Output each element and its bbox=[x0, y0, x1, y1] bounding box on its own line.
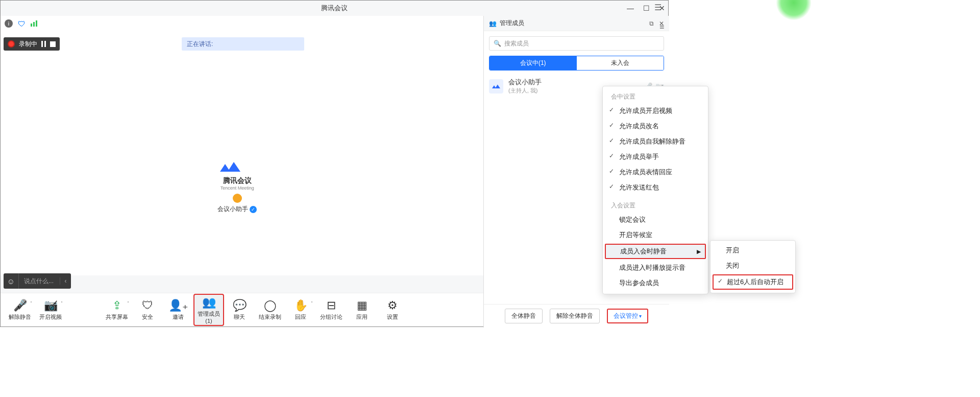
info-icon[interactable]: i bbox=[5, 19, 13, 28]
pause-recording-button[interactable] bbox=[41, 41, 46, 47]
panel-title: 管理成员 bbox=[500, 19, 524, 28]
meeting-control-button[interactable]: 会议管控▾ bbox=[607, 309, 648, 323]
menu-allow-rename[interactable]: 允许成员改名 bbox=[603, 119, 708, 134]
invite-icon: 👤₊ bbox=[163, 299, 193, 312]
menu-lock-meeting[interactable]: 锁定会议 bbox=[603, 212, 708, 227]
window-title: 腾讯会议 bbox=[321, 4, 348, 13]
chat-collapse-button[interactable]: ‹ bbox=[60, 277, 71, 285]
member-avatar-icon bbox=[489, 79, 503, 94]
security-label: 安全 bbox=[132, 313, 163, 321]
end-recording-button[interactable]: ◯ 结束录制 bbox=[255, 299, 285, 321]
manage-members-button[interactable]: 👥 管理成员(1) bbox=[193, 294, 224, 326]
submenu-enable[interactable]: 开启 bbox=[710, 243, 795, 258]
avatar-icon bbox=[233, 194, 242, 203]
apps-label: 应用 bbox=[347, 313, 377, 321]
shield-icon[interactable]: 🛡 bbox=[18, 19, 26, 28]
video-button[interactable]: 📷̸ ˄ 开启视频 bbox=[35, 299, 66, 321]
participant-tile: 腾讯会议 Tencent Meeting 会议小助手 ✓ bbox=[217, 159, 257, 214]
apps-icon: ▦ bbox=[347, 299, 377, 312]
mute-all-button[interactable]: 全体静音 bbox=[505, 309, 543, 323]
members-label: 管理成员(1) bbox=[194, 310, 223, 324]
menu-mute-on-join[interactable]: 成员入会时静音 ▶ bbox=[605, 244, 706, 259]
panel-menu-button[interactable]: ≡ bbox=[659, 22, 664, 32]
brand-subtext: Tencent Meeting bbox=[217, 185, 257, 191]
chevron-up-icon: ˄ bbox=[61, 301, 63, 306]
submenu-auto-over-6[interactable]: 超过6人后自动开启 bbox=[713, 274, 793, 290]
settings-button[interactable]: ⚙ 设置 bbox=[377, 299, 408, 321]
endrec-label: 结束录制 bbox=[255, 313, 285, 321]
menu-allow-video[interactable]: 允许成员开启视频 bbox=[603, 103, 708, 119]
chevron-down-icon: ▾ bbox=[639, 313, 642, 319]
maximize-button[interactable]: ☐ bbox=[643, 4, 650, 12]
titlebar: 腾讯会议 — ☐ ✕ bbox=[1, 1, 668, 16]
menu-section-in-meeting: 会中设置 bbox=[603, 89, 708, 103]
decorative-green-blob bbox=[776, 0, 812, 20]
panel-footer: 全体静音 解除全体静音 会议管控▾ bbox=[484, 304, 669, 328]
share-screen-button[interactable]: ⇪ ˄ 共享屏幕 bbox=[102, 299, 132, 321]
verified-icon: ✓ bbox=[250, 206, 257, 213]
participant-name: 会议小助手 bbox=[217, 205, 248, 213]
tab-not-joined[interactable]: 未入会 bbox=[577, 56, 664, 70]
chat-label: 聊天 bbox=[224, 313, 255, 321]
menu-allow-self-unmute[interactable]: 允许成员自我解除静音 bbox=[603, 134, 708, 149]
reactions-button[interactable]: ✋ ˄ 回应 bbox=[285, 299, 316, 321]
tencent-meeting-logo-icon bbox=[217, 159, 257, 174]
video-label: 开启视频 bbox=[35, 313, 66, 321]
record-stop-icon: ◯ bbox=[255, 299, 285, 312]
member-role: (主持人, 我) bbox=[508, 87, 542, 95]
search-members-input[interactable]: 🔍 搜索成员 bbox=[489, 36, 664, 51]
chat-icon: 💬 bbox=[224, 299, 255, 312]
mute-on-join-submenu: 开启 关闭 超过6人后自动开启 bbox=[710, 240, 796, 293]
menu-allow-reactions[interactable]: 允许成员表情回应 bbox=[603, 165, 708, 180]
chevron-right-icon: ▶ bbox=[697, 248, 701, 255]
breakout-button[interactable]: ⊟ 分组讨论 bbox=[316, 299, 347, 321]
menu-allow-raise-hand[interactable]: 允许成员举手 bbox=[603, 149, 708, 165]
search-icon: 🔍 bbox=[494, 40, 501, 47]
menu-enable-waiting-room[interactable]: 开启等候室 bbox=[603, 227, 708, 243]
emoji-button[interactable]: ☺ bbox=[4, 273, 19, 289]
brand-name: 腾讯会议 bbox=[217, 176, 257, 185]
chevron-up-icon: ˄ bbox=[30, 301, 32, 306]
panel-header: 👥 管理成员 ⧉ ✕ bbox=[484, 16, 669, 31]
menu-allow-red-packet[interactable]: 允许发送红包 bbox=[603, 180, 708, 195]
member-name: 会议小助手 bbox=[508, 78, 542, 87]
react-label: 回应 bbox=[285, 313, 316, 321]
record-icon bbox=[8, 40, 15, 48]
chevron-up-icon: ˄ bbox=[127, 301, 129, 306]
tab-in-meeting[interactable]: 会议中(1) bbox=[489, 56, 577, 70]
recording-badge: 录制中 bbox=[4, 37, 60, 51]
signal-icon bbox=[31, 20, 37, 27]
chat-quick-bar: ☺ 说点什么... ‹ bbox=[4, 273, 71, 289]
unmute-all-button[interactable]: 解除全体静音 bbox=[550, 309, 600, 323]
unmute-button[interactable]: 🎤̸ ˄ 解除静音 bbox=[5, 299, 35, 321]
chat-button[interactable]: 💬 聊天 bbox=[224, 299, 255, 321]
unmute-label: 解除静音 bbox=[5, 313, 35, 321]
chat-input[interactable]: 说点什么... bbox=[19, 277, 60, 286]
invite-label: 邀请 bbox=[163, 313, 193, 321]
meeting-control-label: 会议管控 bbox=[614, 312, 638, 319]
breakout-icon: ⊟ bbox=[316, 299, 347, 312]
search-placeholder: 搜索成员 bbox=[504, 39, 529, 48]
speaking-indicator: 正在讲话: bbox=[182, 37, 304, 51]
menu-play-join-sound[interactable]: 成员进入时播放提示音 bbox=[603, 260, 708, 275]
security-button[interactable]: 🛡 安全 bbox=[132, 299, 163, 321]
meeting-control-menu: 会中设置 允许成员开启视频 允许成员改名 允许成员自我解除静音 允许成员举手 允… bbox=[602, 86, 708, 294]
menu-section-join: 入会设置 bbox=[603, 198, 708, 212]
speaking-label: 正在讲话: bbox=[187, 40, 213, 49]
settings-label: 设置 bbox=[377, 313, 408, 321]
submenu-disable[interactable]: 关闭 bbox=[710, 258, 795, 273]
member-tabs: 会议中(1) 未入会 bbox=[489, 56, 664, 71]
app-window: 腾讯会议 — ☐ ✕ i 🛡 02:13 宫格视图 ▼ ⛶ bbox=[0, 0, 669, 327]
minimize-button[interactable]: — bbox=[627, 4, 634, 12]
members-icon: 👥 bbox=[194, 296, 223, 309]
stop-recording-button[interactable] bbox=[50, 41, 56, 47]
breakout-label: 分组讨论 bbox=[316, 313, 347, 321]
menu-export-attendees[interactable]: 导出参会成员 bbox=[603, 275, 708, 291]
invite-button[interactable]: 👤₊ 邀请 bbox=[163, 299, 193, 321]
popout-panel-button[interactable]: ⧉ bbox=[649, 20, 654, 27]
recording-label: 录制中 bbox=[19, 40, 37, 49]
gear-icon: ⚙ bbox=[377, 299, 408, 312]
hamburger-icon[interactable]: ☰ bbox=[652, 3, 664, 12]
apps-button[interactable]: ▦ 应用 bbox=[347, 299, 377, 321]
chevron-up-icon: ˄ bbox=[311, 301, 313, 306]
